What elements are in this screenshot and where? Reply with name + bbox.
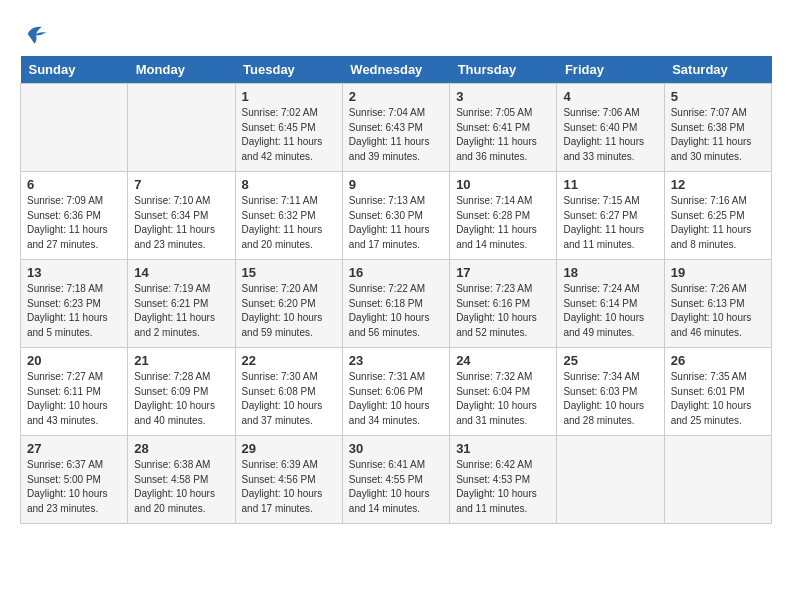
calendar-week-row: 27Sunrise: 6:37 AM Sunset: 5:00 PM Dayli… <box>21 436 772 524</box>
calendar-cell: 29Sunrise: 6:39 AM Sunset: 4:56 PM Dayli… <box>235 436 342 524</box>
day-info: Sunrise: 7:32 AM Sunset: 6:04 PM Dayligh… <box>456 370 550 428</box>
day-info: Sunrise: 7:19 AM Sunset: 6:21 PM Dayligh… <box>134 282 228 340</box>
day-number: 16 <box>349 265 443 280</box>
day-info: Sunrise: 7:31 AM Sunset: 6:06 PM Dayligh… <box>349 370 443 428</box>
calendar-cell: 23Sunrise: 7:31 AM Sunset: 6:06 PM Dayli… <box>342 348 449 436</box>
calendar-week-row: 13Sunrise: 7:18 AM Sunset: 6:23 PM Dayli… <box>21 260 772 348</box>
calendar-cell: 6Sunrise: 7:09 AM Sunset: 6:36 PM Daylig… <box>21 172 128 260</box>
calendar-cell: 5Sunrise: 7:07 AM Sunset: 6:38 PM Daylig… <box>664 84 771 172</box>
weekday-header-tuesday: Tuesday <box>235 56 342 84</box>
day-info: Sunrise: 6:37 AM Sunset: 5:00 PM Dayligh… <box>27 458 121 516</box>
logo <box>20 20 50 40</box>
weekday-header-wednesday: Wednesday <box>342 56 449 84</box>
day-info: Sunrise: 7:04 AM Sunset: 6:43 PM Dayligh… <box>349 106 443 164</box>
day-number: 22 <box>242 353 336 368</box>
logo-bird-icon <box>22 20 50 48</box>
day-number: 10 <box>456 177 550 192</box>
calendar-cell: 8Sunrise: 7:11 AM Sunset: 6:32 PM Daylig… <box>235 172 342 260</box>
calendar-cell <box>128 84 235 172</box>
calendar-cell: 9Sunrise: 7:13 AM Sunset: 6:30 PM Daylig… <box>342 172 449 260</box>
day-info: Sunrise: 7:10 AM Sunset: 6:34 PM Dayligh… <box>134 194 228 252</box>
day-info: Sunrise: 7:28 AM Sunset: 6:09 PM Dayligh… <box>134 370 228 428</box>
day-info: Sunrise: 7:34 AM Sunset: 6:03 PM Dayligh… <box>563 370 657 428</box>
day-number: 4 <box>563 89 657 104</box>
calendar-cell: 26Sunrise: 7:35 AM Sunset: 6:01 PM Dayli… <box>664 348 771 436</box>
day-info: Sunrise: 7:11 AM Sunset: 6:32 PM Dayligh… <box>242 194 336 252</box>
day-number: 7 <box>134 177 228 192</box>
calendar-cell: 14Sunrise: 7:19 AM Sunset: 6:21 PM Dayli… <box>128 260 235 348</box>
day-number: 29 <box>242 441 336 456</box>
day-info: Sunrise: 7:26 AM Sunset: 6:13 PM Dayligh… <box>671 282 765 340</box>
calendar-cell: 24Sunrise: 7:32 AM Sunset: 6:04 PM Dayli… <box>450 348 557 436</box>
calendar-table: SundayMondayTuesdayWednesdayThursdayFrid… <box>20 56 772 524</box>
calendar-cell: 15Sunrise: 7:20 AM Sunset: 6:20 PM Dayli… <box>235 260 342 348</box>
day-number: 27 <box>27 441 121 456</box>
calendar-cell <box>557 436 664 524</box>
calendar-week-row: 6Sunrise: 7:09 AM Sunset: 6:36 PM Daylig… <box>21 172 772 260</box>
calendar-cell: 2Sunrise: 7:04 AM Sunset: 6:43 PM Daylig… <box>342 84 449 172</box>
day-info: Sunrise: 6:38 AM Sunset: 4:58 PM Dayligh… <box>134 458 228 516</box>
day-info: Sunrise: 7:09 AM Sunset: 6:36 PM Dayligh… <box>27 194 121 252</box>
calendar-cell: 7Sunrise: 7:10 AM Sunset: 6:34 PM Daylig… <box>128 172 235 260</box>
day-info: Sunrise: 7:22 AM Sunset: 6:18 PM Dayligh… <box>349 282 443 340</box>
day-info: Sunrise: 7:13 AM Sunset: 6:30 PM Dayligh… <box>349 194 443 252</box>
day-number: 11 <box>563 177 657 192</box>
day-number: 15 <box>242 265 336 280</box>
calendar-body: 1Sunrise: 7:02 AM Sunset: 6:45 PM Daylig… <box>21 84 772 524</box>
calendar-header: SundayMondayTuesdayWednesdayThursdayFrid… <box>21 56 772 84</box>
day-info: Sunrise: 6:42 AM Sunset: 4:53 PM Dayligh… <box>456 458 550 516</box>
calendar-cell: 25Sunrise: 7:34 AM Sunset: 6:03 PM Dayli… <box>557 348 664 436</box>
day-number: 14 <box>134 265 228 280</box>
calendar-cell <box>21 84 128 172</box>
day-info: Sunrise: 7:02 AM Sunset: 6:45 PM Dayligh… <box>242 106 336 164</box>
weekday-header-friday: Friday <box>557 56 664 84</box>
day-number: 12 <box>671 177 765 192</box>
day-number: 31 <box>456 441 550 456</box>
weekday-header-monday: Monday <box>128 56 235 84</box>
calendar-cell: 16Sunrise: 7:22 AM Sunset: 6:18 PM Dayli… <box>342 260 449 348</box>
day-info: Sunrise: 7:15 AM Sunset: 6:27 PM Dayligh… <box>563 194 657 252</box>
day-number: 13 <box>27 265 121 280</box>
day-number: 2 <box>349 89 443 104</box>
day-info: Sunrise: 7:06 AM Sunset: 6:40 PM Dayligh… <box>563 106 657 164</box>
day-info: Sunrise: 7:18 AM Sunset: 6:23 PM Dayligh… <box>27 282 121 340</box>
day-number: 1 <box>242 89 336 104</box>
calendar-cell: 13Sunrise: 7:18 AM Sunset: 6:23 PM Dayli… <box>21 260 128 348</box>
day-info: Sunrise: 7:16 AM Sunset: 6:25 PM Dayligh… <box>671 194 765 252</box>
calendar-cell: 21Sunrise: 7:28 AM Sunset: 6:09 PM Dayli… <box>128 348 235 436</box>
weekday-header-row: SundayMondayTuesdayWednesdayThursdayFrid… <box>21 56 772 84</box>
day-info: Sunrise: 6:39 AM Sunset: 4:56 PM Dayligh… <box>242 458 336 516</box>
day-number: 3 <box>456 89 550 104</box>
day-number: 6 <box>27 177 121 192</box>
calendar-cell: 3Sunrise: 7:05 AM Sunset: 6:41 PM Daylig… <box>450 84 557 172</box>
day-number: 24 <box>456 353 550 368</box>
day-number: 5 <box>671 89 765 104</box>
day-info: Sunrise: 7:24 AM Sunset: 6:14 PM Dayligh… <box>563 282 657 340</box>
day-number: 30 <box>349 441 443 456</box>
day-info: Sunrise: 7:30 AM Sunset: 6:08 PM Dayligh… <box>242 370 336 428</box>
calendar-cell: 22Sunrise: 7:30 AM Sunset: 6:08 PM Dayli… <box>235 348 342 436</box>
calendar-cell: 18Sunrise: 7:24 AM Sunset: 6:14 PM Dayli… <box>557 260 664 348</box>
day-number: 25 <box>563 353 657 368</box>
day-info: Sunrise: 7:23 AM Sunset: 6:16 PM Dayligh… <box>456 282 550 340</box>
day-info: Sunrise: 7:05 AM Sunset: 6:41 PM Dayligh… <box>456 106 550 164</box>
calendar-week-row: 1Sunrise: 7:02 AM Sunset: 6:45 PM Daylig… <box>21 84 772 172</box>
calendar-cell: 30Sunrise: 6:41 AM Sunset: 4:55 PM Dayli… <box>342 436 449 524</box>
calendar-cell: 17Sunrise: 7:23 AM Sunset: 6:16 PM Dayli… <box>450 260 557 348</box>
calendar-cell <box>664 436 771 524</box>
calendar-cell: 11Sunrise: 7:15 AM Sunset: 6:27 PM Dayli… <box>557 172 664 260</box>
day-number: 18 <box>563 265 657 280</box>
calendar-cell: 27Sunrise: 6:37 AM Sunset: 5:00 PM Dayli… <box>21 436 128 524</box>
day-info: Sunrise: 7:35 AM Sunset: 6:01 PM Dayligh… <box>671 370 765 428</box>
day-info: Sunrise: 6:41 AM Sunset: 4:55 PM Dayligh… <box>349 458 443 516</box>
calendar-cell: 10Sunrise: 7:14 AM Sunset: 6:28 PM Dayli… <box>450 172 557 260</box>
day-info: Sunrise: 7:20 AM Sunset: 6:20 PM Dayligh… <box>242 282 336 340</box>
weekday-header-saturday: Saturday <box>664 56 771 84</box>
calendar-cell: 4Sunrise: 7:06 AM Sunset: 6:40 PM Daylig… <box>557 84 664 172</box>
day-number: 17 <box>456 265 550 280</box>
day-number: 21 <box>134 353 228 368</box>
calendar-cell: 19Sunrise: 7:26 AM Sunset: 6:13 PM Dayli… <box>664 260 771 348</box>
calendar-cell: 28Sunrise: 6:38 AM Sunset: 4:58 PM Dayli… <box>128 436 235 524</box>
day-info: Sunrise: 7:14 AM Sunset: 6:28 PM Dayligh… <box>456 194 550 252</box>
page-header <box>20 20 772 40</box>
